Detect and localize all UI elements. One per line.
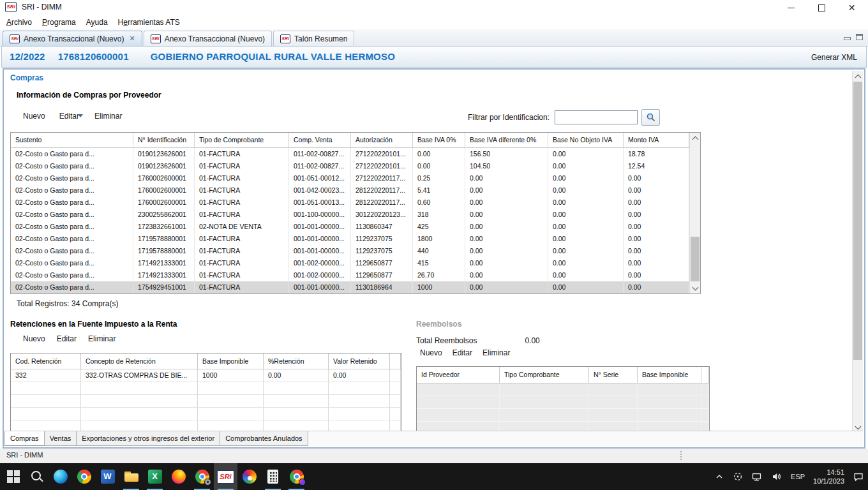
taskbar-explorer-button[interactable] — [119, 463, 143, 490]
table-row[interactable]: 02-Costo o Gasto para d...01901236260010… — [11, 160, 689, 172]
table-row[interactable]: 332332-OTRAS COMPRAS DE BIE...10000.000.… — [11, 369, 401, 382]
table-scrollbar[interactable] — [689, 133, 700, 293]
column-header[interactable]: Id Proveedor — [417, 367, 500, 383]
ret-editar-button[interactable]: Editar — [57, 334, 77, 343]
bottom-tab-ventas[interactable]: Ventas — [44, 431, 77, 446]
column-header[interactable]: N° Identificación — [133, 133, 195, 148]
taskbar-edge-button[interactable] — [49, 463, 72, 490]
action-center-icon[interactable] — [853, 471, 864, 482]
menu-ayuda[interactable]: Ayuda — [86, 18, 108, 27]
menu-herramientas-ats[interactable]: Herramientas ATS — [118, 18, 180, 27]
column-header[interactable]: Sustento — [11, 133, 133, 148]
language-indicator[interactable]: ESP — [791, 473, 805, 480]
table-cell: 0.00 — [624, 257, 689, 269]
table-row[interactable]: 02-Costo o Gasto para d...23002558620010… — [11, 209, 689, 221]
scroll-up-icon[interactable] — [690, 133, 700, 144]
column-header[interactable]: Autorización — [351, 133, 413, 148]
column-header[interactable]: Base IVA 0% — [413, 133, 465, 148]
panel-scrollbar[interactable] — [852, 71, 863, 433]
table-row[interactable]: 02-Costo o Gasto para d...17600026000010… — [11, 172, 689, 184]
table-row[interactable]: 02-Costo o Gasto para d...17149213330010… — [11, 269, 689, 281]
editar-button[interactable]: Editar — [59, 112, 79, 121]
reem-eliminar-button[interactable]: Eliminar — [483, 348, 510, 357]
tab-close-icon[interactable]: ✕ — [129, 35, 135, 42]
close-icon: ✕ — [848, 3, 856, 12]
table-cell: 1129237075 — [351, 245, 413, 257]
column-header[interactable]: %Retención — [264, 353, 329, 369]
tab-anexo-transaccional-nuevo[interactable]: SRiAnexo Transaccional (Nuevo) — [144, 31, 272, 46]
scrollbar-thumb[interactable] — [691, 237, 700, 281]
taskbar-sri-dimm-button[interactable] — [214, 463, 237, 490]
eliminar-button[interactable]: Eliminar — [94, 112, 122, 121]
search-button[interactable] — [641, 109, 660, 126]
avatar-overlay-icon — [299, 479, 306, 486]
table-cell: 001-042-00023... — [289, 184, 351, 197]
magnifier-icon — [646, 112, 656, 122]
scroll-down-icon[interactable] — [690, 283, 700, 293]
column-header[interactable]: Cod. Retención — [11, 353, 81, 369]
panel-scroll-up-icon[interactable] — [853, 71, 863, 82]
panel-scrollbar-thumb[interactable] — [853, 82, 862, 360]
column-header[interactable]: Concepto de Retención — [81, 353, 198, 369]
minimize-button[interactable] — [777, 0, 805, 15]
bottom-tab-comprobantes-anulados[interactable]: Comprobantes Anulados — [220, 431, 308, 446]
menu-archivo[interactable]: Archivo — [6, 18, 32, 27]
tab-talon-resumen[interactable]: SRiTalón Resumen — [273, 31, 354, 46]
minimize-view-icon[interactable] — [844, 37, 851, 40]
column-header[interactable]: Comp. Venta — [289, 133, 351, 148]
table-row[interactable]: 02-Costo o Gasto para d...17195788800010… — [11, 245, 689, 257]
generate-xml-button[interactable]: Generar XML — [811, 53, 857, 62]
editar-dropdown-icon[interactable] — [78, 114, 83, 117]
maximize-view-icon[interactable] — [856, 34, 863, 40]
column-header[interactable] — [390, 353, 401, 369]
taskbar-start-button[interactable] — [1, 463, 25, 490]
taskbar-excel-button[interactable] — [143, 463, 167, 490]
column-header[interactable]: Base Imponible — [638, 367, 701, 383]
taskbar-chrome-extension-button[interactable] — [190, 463, 214, 490]
column-header[interactable]: N° Serie — [589, 367, 638, 383]
taskbar-chrome-button[interactable] — [72, 463, 96, 490]
table-row[interactable]: 02-Costo o Gasto para d...17195788800010… — [11, 233, 689, 245]
taskbar-word-button[interactable] — [96, 463, 119, 490]
table-row[interactable]: 02-Costo o Gasto para d...17600026000010… — [11, 184, 689, 197]
taskbar-paint-button[interactable] — [237, 463, 261, 490]
bottom-tab-exportaciones-y-otros-ingresos-del-exterior[interactable]: Exportaciones y otros ingresos del exter… — [76, 431, 220, 446]
tab-anexo-transaccional-nuevo[interactable]: SRiAnexo Transaccional (Nuevo)✕ — [3, 31, 142, 46]
taskbar-chrome-profile-button[interactable] — [285, 463, 308, 490]
table-cell-empty — [589, 409, 638, 422]
table-row[interactable]: 02-Costo o Gasto para d...17149213330010… — [11, 257, 689, 269]
table-row[interactable]: 02-Costo o Gasto para d...01901236260010… — [11, 148, 689, 160]
reem-nuevo-button[interactable]: Nuevo — [420, 348, 442, 357]
column-header[interactable]: Tipo de Comprobante — [195, 133, 289, 148]
network-icon[interactable] — [751, 471, 763, 482]
tray-chevron-up-icon[interactable] — [714, 471, 724, 482]
nuevo-button[interactable]: Nuevo — [23, 112, 45, 121]
clock[interactable]: 14:51 10/1/2023 — [813, 468, 844, 486]
column-header[interactable]: Tipo Comprobante — [500, 367, 589, 383]
column-header[interactable]: Valor Retenido — [329, 353, 390, 369]
tab-label: Anexo Transaccional (Nuevo) — [24, 34, 124, 43]
column-header[interactable] — [701, 367, 709, 383]
column-header[interactable]: Base No Objeto IVA — [548, 133, 624, 148]
reem-editar-button[interactable]: Editar — [453, 348, 472, 357]
ret-nuevo-button[interactable]: Nuevo — [23, 334, 45, 343]
screen: SRi SRI - DIMM ✕ ArchivoProgramaAyudaHer… — [0, 0, 868, 490]
speaker-icon[interactable] — [771, 471, 782, 482]
column-header[interactable]: Monto IVA — [624, 133, 689, 148]
taskbar-calculator-button[interactable] — [261, 463, 285, 490]
taskbar-firefox-button[interactable] — [167, 463, 190, 490]
tray-app-icon[interactable] — [733, 471, 743, 482]
taskbar-search-button[interactable] — [25, 463, 49, 490]
table-row[interactable]: 02-Costo o Gasto para d...17549294510010… — [11, 281, 689, 293]
restore-button[interactable] — [807, 0, 836, 15]
table-row[interactable]: 02-Costo o Gasto para d...17600026000010… — [11, 197, 689, 209]
column-header[interactable]: Base IVA diferente 0% — [465, 133, 548, 148]
ret-eliminar-button[interactable]: Eliminar — [88, 334, 116, 343]
column-header[interactable]: Base Imponible — [198, 353, 264, 369]
bottom-tab-compras[interactable]: Compras — [4, 431, 45, 446]
close-button[interactable]: ✕ — [837, 0, 866, 15]
status-splitter-grip[interactable] — [680, 451, 682, 460]
table-row[interactable]: 02-Costo o Gasto para d...17238326610010… — [11, 221, 689, 233]
menu-programa[interactable]: Programa — [42, 18, 76, 27]
filter-input[interactable] — [555, 110, 638, 124]
